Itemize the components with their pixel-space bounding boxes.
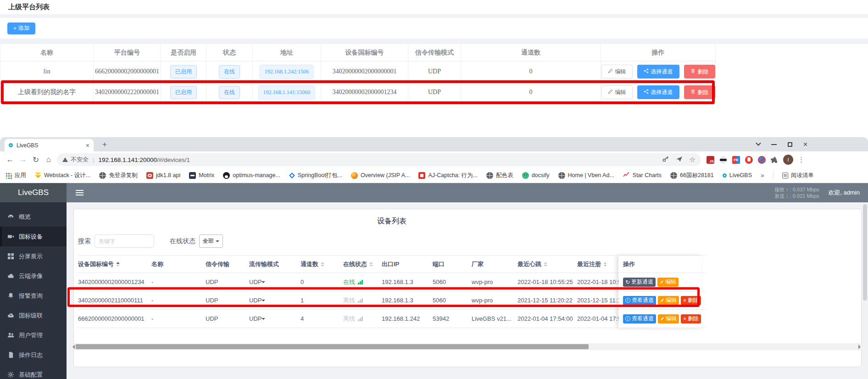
add-platform-button[interactable]: + 添加 <box>7 22 35 34</box>
edit-button[interactable]: 编辑 <box>601 85 633 99</box>
address-bar[interactable]: 不安全 | 192.168.1.141:20000 /#/devices/1 ☆ <box>57 153 701 166</box>
bookmark-overview-jsip[interactable]: Overview (JSIP A... <box>351 172 410 179</box>
search-input[interactable] <box>95 234 154 248</box>
bookmarks-overflow-icon[interactable]: » <box>761 172 764 179</box>
sort-icon[interactable] <box>603 260 607 268</box>
chart-bars-icon <box>358 298 363 303</box>
bookmark-vben[interactable]: Home | Vben Ad... <box>558 172 614 179</box>
view-channels-button[interactable]: i查看通道 <box>623 314 656 323</box>
operations-row-3: i查看通道 编辑 ×删除 <box>618 310 701 328</box>
browser-menu-icon[interactable]: ⋮ <box>798 156 805 164</box>
address-chip[interactable]: 192.168.1.141:15060 <box>258 85 315 100</box>
delete-device-button[interactable]: ×删除 <box>681 314 701 323</box>
bookmark-springboot[interactable]: SpringBoot打包... <box>289 172 342 179</box>
scrollbar-thumb[interactable] <box>76 344 589 349</box>
horizontal-scrollbar[interactable] <box>69 343 864 350</box>
sidebar-item-basic-config[interactable]: 基础配置 <box>0 365 67 379</box>
app-logo[interactable]: LiveGBS <box>0 183 67 202</box>
extension-js-icon[interactable]: JS <box>707 156 714 164</box>
address-chip[interactable]: 192.168.1.242:1506 <box>260 65 314 79</box>
sidebar-item-user-management[interactable]: 用户管理 <box>0 325 67 345</box>
back-icon[interactable]: ← <box>4 153 17 166</box>
bookmark-aj-captcha[interactable]: AJ-Captcha: 行为... <box>418 172 478 179</box>
bookmark-livegbs[interactable]: LiveGBS <box>723 172 752 178</box>
sort-icon[interactable] <box>369 260 373 268</box>
cell-channels: 1 <box>300 297 343 304</box>
bookmark-gb28181[interactable]: 66国标28181 <box>670 172 714 179</box>
key-icon[interactable] <box>662 156 669 164</box>
select-channel-button[interactable]: 选择通道 <box>637 85 679 99</box>
cell-stream-mode[interactable]: UDP <box>249 297 300 304</box>
delete-device-button[interactable]: ×删除 <box>681 296 701 305</box>
bookmark-star-icon[interactable]: ☆ <box>690 156 696 164</box>
home-icon[interactable]: ⌂ <box>42 153 55 166</box>
sort-icon[interactable] <box>321 260 324 268</box>
browser-tab-livegbs[interactable]: LiveGBS × <box>5 139 94 151</box>
edit-device-button[interactable]: 编辑 <box>657 278 679 287</box>
bookmark-webstack[interactable]: Webstack - 设计... <box>35 172 90 179</box>
window-close-icon[interactable]: × <box>803 141 807 148</box>
sidebar-item-alarm-query[interactable]: 报警查询 <box>0 286 67 306</box>
sidebar-item-operation-log[interactable]: 操作日志 <box>0 345 67 365</box>
profile-avatar[interactable]: I <box>783 155 793 165</box>
welcome-user[interactable]: 欢迎, admin <box>828 189 860 197</box>
scrollbar-thumb[interactable] <box>863 204 867 301</box>
col-device-id[interactable]: 设备国标编号 <box>78 260 151 268</box>
new-tab-button[interactable]: + <box>99 139 110 150</box>
edit-device-button[interactable]: 编辑 <box>658 296 679 305</box>
chevron-down-icon[interactable] <box>756 140 761 145</box>
bookmark-motrix[interactable]: Motrix <box>189 172 214 179</box>
bookmark-optimus[interactable]: optimus-manage... <box>223 172 280 179</box>
extension-blocker-icon[interactable] <box>758 156 766 164</box>
sidebar-item-gb-cascade[interactable]: 国标级联 <box>0 306 67 325</box>
online-status-label: 在线状态 <box>170 237 195 245</box>
cell-stream-mode[interactable]: UDP <box>249 315 300 322</box>
tab-strip: LiveGBS × + × <box>0 137 868 151</box>
sort-icon[interactable] <box>116 260 120 268</box>
send-to-device-icon[interactable] <box>676 156 683 164</box>
cell-exit-ip: 192.168.1.3 <box>382 297 433 304</box>
bookmark-docsify[interactable]: docsify <box>522 172 550 179</box>
bookmark-jdk-api[interactable]: jdk1.8 api <box>146 172 181 179</box>
oracle-icon <box>146 172 153 179</box>
view-channels-button[interactable]: i查看通道 <box>623 296 656 305</box>
extension-fe-icon[interactable]: FE <box>732 156 740 164</box>
bookmark-copy-free[interactable]: 免登录复制 <box>99 172 138 179</box>
sidebar-item-cloud-recording[interactable]: 云端录像 <box>0 266 67 286</box>
col-channels[interactable]: 通道数 <box>300 260 343 268</box>
extensions-puzzle-icon[interactable] <box>771 156 779 164</box>
sidebar-item-overview[interactable]: 概览 <box>0 207 67 227</box>
url-path: /#/devices/1 <box>157 156 190 163</box>
extension-incognito-icon[interactable] <box>719 156 727 164</box>
reload-icon[interactable]: ↻ <box>29 153 42 166</box>
edit-button[interactable]: 编辑 <box>601 65 633 78</box>
delete-button[interactable]: 删除 <box>684 85 715 99</box>
col-online-status[interactable]: 在线状态 <box>343 260 382 268</box>
sidebar-item-gb-devices[interactable]: 国标设备 <box>0 227 67 246</box>
online-status-select[interactable]: 全部 <box>199 234 223 248</box>
extension-adblock-hand-icon[interactable] <box>745 156 753 164</box>
bookmark-star-charts[interactable]: Star Charts <box>623 171 662 179</box>
cell-stream-mode[interactable]: UDP <box>249 279 300 285</box>
minimize-icon[interactable] <box>771 144 777 145</box>
bookmark-apps[interactable]: 应用 <box>6 172 26 179</box>
sort-icon[interactable] <box>544 260 547 268</box>
reading-list-button[interactable]: 阅读清单 <box>782 172 814 179</box>
sidebar-toggle-icon[interactable] <box>76 192 83 193</box>
maximize-icon[interactable] <box>788 142 792 147</box>
sidebar-item-split-screen[interactable]: 分屏展示 <box>0 246 67 266</box>
bookmark-color-table[interactable]: 配色表 <box>486 172 513 179</box>
delete-button[interactable]: 删除 <box>684 65 715 78</box>
select-channel-button[interactable]: 选择通道 <box>637 65 679 78</box>
col-heartbeat[interactable]: 最近心跳 <box>517 260 577 268</box>
cell-online-status[interactable]: 在线 <box>343 278 382 286</box>
chart-bars-icon[interactable] <box>358 280 363 284</box>
edit-device-button[interactable]: 编辑 <box>658 314 679 323</box>
vertical-scrollbar[interactable] <box>862 202 868 379</box>
extensions-row: JS FE <box>707 156 779 164</box>
not-secure-label[interactable]: 不安全 <box>71 156 89 164</box>
update-channels-button[interactable]: ↻更新通道 <box>623 278 656 287</box>
tab-close-icon[interactable]: × <box>86 142 89 149</box>
forward-icon[interactable]: → <box>17 153 29 166</box>
scroll-left-icon[interactable] <box>70 345 75 349</box>
